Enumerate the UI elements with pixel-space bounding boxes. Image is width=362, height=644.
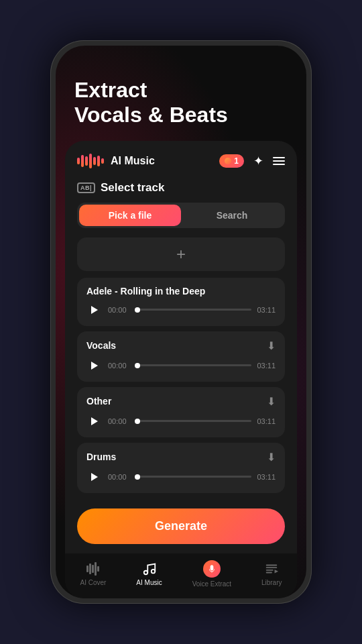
bottom-nav: AI Cover AI Music	[65, 553, 297, 598]
voice-extract-icon	[203, 560, 221, 578]
nav-label-ai-cover: AI Cover	[80, 579, 106, 586]
time-start: 00:00	[108, 362, 129, 370]
track-item: Drums ⬇ 00:00 03:11	[77, 443, 285, 493]
progress-bar[interactable]	[135, 364, 251, 366]
main-content: Extract Vocals & Beats AI Music	[56, 46, 306, 598]
search-tab[interactable]: Search	[181, 205, 283, 226]
play-button[interactable]	[86, 413, 103, 429]
svg-point-1	[151, 570, 155, 574]
track-controls: 00:00 03:11	[86, 469, 276, 485]
play-icon	[91, 473, 98, 481]
nav-item-library[interactable]: Library	[261, 561, 282, 586]
section-label: AB| Select track	[65, 178, 297, 203]
play-icon	[91, 362, 98, 370]
track-controls: 00:00 03:11	[86, 302, 276, 318]
play-button[interactable]	[86, 302, 103, 318]
progress-dot	[135, 307, 140, 313]
time-start: 00:00	[108, 417, 129, 425]
time-start: 00:00	[108, 306, 129, 314]
progress-bar[interactable]	[135, 420, 251, 422]
nav-label-voice-extract: Voice Extract	[192, 580, 231, 588]
track-item: Other ⬇ 00:00 03:11	[77, 387, 285, 437]
nav-label-library: Library	[261, 579, 282, 586]
nav-item-voice-extract[interactable]: Voice Extract	[192, 560, 231, 588]
track-header: Drums ⬇	[86, 451, 276, 464]
track-header: Adele - Rolling in the Deep	[86, 286, 276, 297]
sparkle-icon[interactable]: ✦	[253, 154, 263, 168]
track-controls: 00:00 03:11	[86, 413, 276, 429]
svg-point-0	[143, 571, 147, 575]
nav-item-ai-music[interactable]: AI Music	[136, 561, 162, 586]
library-icon	[264, 561, 279, 576]
progress-dot	[135, 419, 140, 424]
app-header: AI Music 1 ✦	[65, 141, 297, 178]
progress-dot	[135, 474, 140, 480]
play-icon	[91, 417, 98, 425]
track-header: Other ⬇	[86, 395, 276, 408]
notification-badge[interactable]: 1	[219, 154, 244, 168]
app-title: AI Music	[111, 155, 213, 167]
download-icon[interactable]: ⬇	[267, 339, 276, 352]
track-header: Vocals ⬇	[86, 339, 276, 352]
progress-bar[interactable]	[135, 476, 251, 478]
track-name: Vocals	[86, 340, 116, 351]
select-track-label: Select track	[101, 181, 164, 195]
track-item: Adele - Rolling in the Deep 00:00 03:11	[77, 278, 285, 326]
add-file-icon: +	[176, 246, 186, 262]
menu-icon[interactable]	[273, 157, 285, 165]
hero-title: Extract Vocals & Beats	[56, 46, 306, 141]
track-name: Other	[86, 396, 111, 407]
nav-item-ai-cover[interactable]: AI Cover	[80, 561, 106, 586]
notif-count: 1	[234, 156, 239, 166]
play-button[interactable]	[86, 358, 103, 374]
pick-file-tab[interactable]: Pick a file	[79, 205, 181, 226]
progress-bar[interactable]	[135, 309, 251, 311]
svg-marker-2	[275, 570, 279, 574]
tracks-list: Adele - Rolling in the Deep 00:00 03:11	[65, 278, 297, 502]
app-card: AI Music 1 ✦ AB| Select track	[65, 141, 297, 598]
track-item: Vocals ⬇ 00:00 03:11	[77, 331, 285, 382]
track-controls: 00:00 03:11	[86, 358, 276, 374]
time-end: 03:11	[257, 473, 276, 481]
play-icon	[91, 306, 98, 314]
track-name: Adele - Rolling in the Deep	[86, 286, 205, 297]
phone-screen: Extract Vocals & Beats AI Music	[56, 46, 306, 598]
time-end: 03:11	[257, 306, 276, 314]
waveform-icon	[77, 152, 104, 170]
notif-dot-icon	[225, 158, 231, 164]
phone-frame: Extract Vocals & Beats AI Music	[50, 40, 312, 604]
nav-label-ai-music: AI Music	[136, 579, 162, 586]
generate-button[interactable]: Generate	[77, 508, 285, 544]
progress-dot	[135, 363, 140, 368]
play-button[interactable]	[86, 469, 103, 485]
music-note-icon	[142, 561, 157, 576]
download-icon[interactable]: ⬇	[267, 395, 276, 408]
upload-area[interactable]: +	[77, 237, 285, 271]
time-start: 00:00	[108, 473, 129, 481]
ab-badge: AB|	[77, 182, 95, 193]
time-end: 03:11	[257, 362, 276, 370]
tab-selector: Pick a file Search	[77, 203, 285, 228]
time-end: 03:11	[257, 417, 276, 425]
track-name: Drums	[86, 451, 116, 462]
download-icon[interactable]: ⬇	[267, 451, 276, 464]
